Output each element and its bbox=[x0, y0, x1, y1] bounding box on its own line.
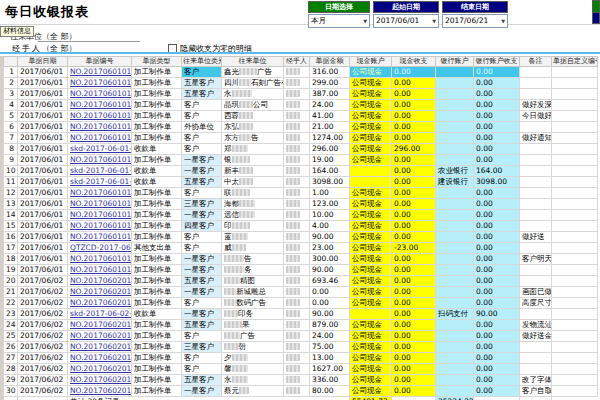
cell-doc-no[interactable]: QTZCD-2017-06-01-0001 bbox=[68, 243, 132, 254]
table-row[interactable]: 22017/06/01NO.201706010102加工制作单五星客户四川石刻广… bbox=[4, 78, 598, 89]
cell-doc-no[interactable]: NO.201706010110 bbox=[68, 199, 132, 210]
doc-no-link[interactable]: NO.201706020108 bbox=[70, 353, 132, 362]
cell-doc-no[interactable]: NO.201706020110 bbox=[68, 375, 132, 386]
cell-doc-no[interactable]: NO.201706010102 bbox=[68, 78, 132, 89]
cell-doc-no[interactable]: NO.201706010113 bbox=[68, 232, 132, 243]
doc-no-link[interactable]: skd-2017-06-01-0102 bbox=[70, 166, 132, 175]
column-header-doc-type[interactable]: 单据类型 bbox=[132, 57, 182, 67]
table-row[interactable]: 262017/06/02NO.201706020107加工制作单三星客户朝75.… bbox=[4, 342, 598, 353]
doc-no-link[interactable]: NO.201706010115 bbox=[70, 265, 132, 274]
doc-no-link[interactable]: NO.201706010109 bbox=[70, 188, 132, 197]
table-row[interactable]: 202017/06/02NO.201706020101加工制作单五星客户精图69… bbox=[4, 276, 598, 287]
doc-no-link[interactable]: NO.201706010104 bbox=[70, 100, 132, 109]
doc-no-link[interactable]: NO.201706010105 bbox=[70, 111, 132, 120]
column-header-remark[interactable]: 备注 bbox=[520, 57, 552, 67]
doc-no-link[interactable]: NO.201706020102 bbox=[70, 287, 132, 296]
doc-no-link[interactable]: QTZCD-2017-06-01-0001 bbox=[70, 243, 132, 252]
cell-doc-no[interactable]: NO.201706010103 bbox=[68, 89, 132, 100]
cell-doc-no[interactable]: NO.201706010115 bbox=[68, 265, 132, 276]
doc-no-link[interactable]: NO.201706010108 bbox=[70, 155, 132, 164]
table-row[interactable]: 172017/06/01QTZCD-2017-06-01-0001其他支出单客户… bbox=[4, 243, 598, 254]
table-row[interactable]: 62017/06/01NO.201706010106加工制作单外协单位东弘21.… bbox=[4, 122, 598, 133]
cell-doc-no[interactable]: NO.201706020106 bbox=[68, 331, 132, 342]
table-row[interactable]: 42017/06/01NO.201706010104加工制作单客户晶琪公司24.… bbox=[4, 100, 598, 111]
table-row[interactable]: 182017/06/01NO.201706010114加工制作单一星客户告300… bbox=[4, 254, 598, 265]
doc-no-link[interactable]: NO.201706010101 bbox=[70, 67, 132, 76]
doc-no-link[interactable]: NO.201706010107 bbox=[70, 133, 132, 142]
cell-doc-no[interactable]: skd-2017-06-01-0102 bbox=[68, 166, 132, 177]
column-header-row-number[interactable] bbox=[4, 57, 18, 67]
doc-no-link[interactable]: NO.201706020103 bbox=[70, 298, 132, 307]
table-row[interactable]: 142017/06/01NO.201706010111加工制作单一星客户远信10… bbox=[4, 210, 598, 221]
cell-doc-no[interactable]: NO.201706010114 bbox=[68, 254, 132, 265]
table-row[interactable]: 92017/06/01NO.201706010108加工制作单一星客户银19.0… bbox=[4, 155, 598, 166]
doc-no-link[interactable]: NO.201706010103 bbox=[70, 89, 132, 98]
table-row[interactable]: 32017/06/01NO.201706010103加工制作单五星客户永387.… bbox=[4, 89, 598, 100]
column-header-party[interactable]: 往来单位 bbox=[222, 57, 284, 67]
cell-doc-no[interactable]: NO.201706020102 bbox=[68, 287, 132, 298]
table-row[interactable]: 152017/06/01NO.201706010112加工制作单四星客户印4.0… bbox=[4, 221, 598, 232]
cell-doc-no[interactable]: NO.201706010104 bbox=[68, 100, 132, 111]
cell-doc-no[interactable]: NO.201706020101 bbox=[68, 276, 132, 287]
table-row[interactable]: 52017/06/01NO.201706010105加工制作单客户西蓉41.00… bbox=[4, 111, 598, 122]
table-row[interactable]: 102017/06/01skd-2017-06-01-0102收款单一星客户新丰… bbox=[4, 166, 598, 177]
column-header-doc-amount[interactable]: 单据金额 bbox=[310, 57, 350, 67]
column-header-cash-flow[interactable]: 现金收支 bbox=[392, 57, 436, 67]
cell-doc-no[interactable]: NO.201706010105 bbox=[68, 111, 132, 122]
doc-no-link[interactable]: NO.201706020107 bbox=[70, 342, 132, 351]
column-header-bank-flow[interactable]: 银行账户收支 bbox=[474, 57, 520, 67]
doc-no-link[interactable]: skd-2017-06-01-0101 bbox=[70, 144, 132, 153]
table-row[interactable]: 292017/06/02NO.201706020110加工制作单五星客户永336… bbox=[4, 375, 598, 386]
table-row[interactable]: 272017/06/02NO.201706020108加工制作单客户夕13.00… bbox=[4, 353, 598, 364]
period-select-dropdown[interactable]: 本月 ▼ bbox=[308, 14, 370, 28]
table-row[interactable]: 252017/06/02NO.201706020106加工制作单客户广告24.0… bbox=[4, 331, 598, 342]
table-row[interactable]: 132017/06/01NO.201706010110加工制作单三星客户海都12… bbox=[4, 199, 598, 210]
cell-doc-no[interactable]: NO.201706010111 bbox=[68, 210, 132, 221]
column-header-handler[interactable]: 经手人 bbox=[284, 57, 310, 67]
cell-doc-no[interactable]: NO.201706010106 bbox=[68, 122, 132, 133]
doc-no-link[interactable]: NO.201706020101 bbox=[70, 276, 132, 285]
cell-doc-no[interactable]: NO.201706010101 bbox=[68, 67, 132, 78]
column-header-party-category[interactable]: 往来单位类别 bbox=[182, 57, 222, 67]
cell-doc-no[interactable]: skd-2017-06-02-0101 bbox=[68, 309, 132, 320]
doc-no-link[interactable]: NO.201706010110 bbox=[70, 199, 132, 208]
table-row[interactable]: 242017/06/02NO.201706020105加工制作单五星客户果879… bbox=[4, 320, 598, 331]
cell-doc-no[interactable]: NO.201706010107 bbox=[68, 133, 132, 144]
table-row[interactable]: 82017/06/01skd-2017-06-01-0101收款单客户郑296.… bbox=[4, 144, 598, 155]
cell-doc-no[interactable]: skd-2017-06-01-0103 bbox=[68, 177, 132, 188]
column-header-custom-no[interactable]: 单据自定义编号 bbox=[552, 57, 598, 67]
table-row[interactable]: 12017/06/01NO.201706010101加工制作单客户鑫光广告316… bbox=[4, 67, 598, 78]
column-header-doc-date[interactable]: 单据日期 bbox=[18, 57, 68, 67]
doc-no-link[interactable]: skd-2017-06-01-0103 bbox=[70, 177, 132, 186]
doc-no-link[interactable]: NO.201706010106 bbox=[70, 122, 132, 131]
doc-no-link[interactable]: NO.201706020111 bbox=[70, 386, 132, 395]
cell-doc-no[interactable]: NO.201706020111 bbox=[68, 386, 132, 397]
cell-doc-no[interactable]: NO.201706010112 bbox=[68, 221, 132, 232]
column-header-bank-account[interactable]: 银行账户 bbox=[436, 57, 474, 67]
doc-no-link[interactable]: NO.201706010111 bbox=[70, 210, 132, 219]
table-row[interactable]: 212017/06/02NO.201706020102加工制作单一星客户新城雕总… bbox=[4, 287, 598, 298]
cell-doc-no[interactable]: NO.201706020109 bbox=[68, 364, 132, 375]
doc-no-link[interactable]: skd-2017-06-02-0101 bbox=[70, 309, 132, 318]
doc-no-link[interactable]: NO.201706010114 bbox=[70, 254, 132, 263]
doc-no-link[interactable]: NO.201706020109 bbox=[70, 364, 132, 373]
table-row[interactable]: 302017/06/02NO.201706020111加工制作单一星客户蔡元80… bbox=[4, 386, 598, 397]
table-row[interactable]: 192017/06/01NO.201706010115加工制作单一星客户务90.… bbox=[4, 265, 598, 276]
table-row[interactable]: 72017/06/01NO.201706010107加工制作单客户东方告1274… bbox=[4, 133, 598, 144]
doc-no-link[interactable]: NO.201706020105 bbox=[70, 320, 132, 329]
cell-doc-no[interactable]: NO.201706010108 bbox=[68, 155, 132, 166]
column-header-doc-no[interactable]: 单据编号 bbox=[68, 57, 132, 67]
doc-no-link[interactable]: NO.201706010113 bbox=[70, 232, 132, 241]
table-row[interactable]: 282017/06/02NO.201706020109加工制作单客户馨1627.… bbox=[4, 364, 598, 375]
start-date-dropdown[interactable]: 2017/06/01 ▼ bbox=[373, 14, 439, 28]
table-row[interactable]: 222017/06/02NO.201706020103加工制作单客户数码广告0.… bbox=[4, 298, 598, 309]
table-row[interactable]: 122017/06/01NO.201706010109加工制作单客户联1.00公… bbox=[4, 188, 598, 199]
cell-doc-no[interactable]: NO.201706020105 bbox=[68, 320, 132, 331]
doc-no-link[interactable]: NO.201706020106 bbox=[70, 331, 132, 340]
table-row[interactable]: 112017/06/01skd-2017-06-01-0103收款单五星客户中太… bbox=[4, 177, 598, 188]
cell-doc-no[interactable]: NO.201706010109 bbox=[68, 188, 132, 199]
column-header-cash-account[interactable]: 现金账户 bbox=[350, 57, 392, 67]
doc-no-link[interactable]: NO.201706010102 bbox=[70, 78, 132, 87]
doc-no-link[interactable]: NO.201706020110 bbox=[70, 375, 132, 384]
cell-doc-no[interactable]: NO.201706020103 bbox=[68, 298, 132, 309]
